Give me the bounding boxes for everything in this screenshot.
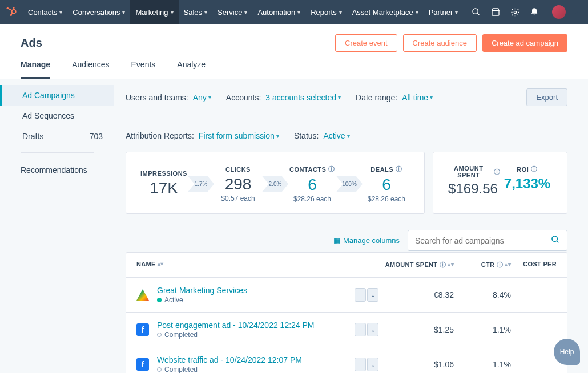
status-dot-icon <box>157 333 162 337</box>
status-dot-icon <box>157 298 162 302</box>
row-dropdown-button[interactable]: ⌄ <box>367 323 378 336</box>
tab-events[interactable]: Events <box>131 60 156 79</box>
filter-users-value[interactable]: Any ▾ <box>193 93 211 102</box>
row-action-button[interactable] <box>355 358 366 371</box>
nav-sales[interactable]: Sales▾ <box>179 0 213 24</box>
sidebar-item-drafts[interactable]: Drafts703 <box>0 126 114 147</box>
nav-automation[interactable]: Automation▾ <box>252 0 305 24</box>
stat-clicks: CLICKS 298 $0.57 each <box>213 166 263 202</box>
sidebar-item-label: Ad Sequences <box>22 111 74 120</box>
sort-icon: ▴▾ <box>158 261 164 267</box>
table-header: NAME ▴▾ AMOUNT SPENT ⓘ ▴▾ CTR ⓘ ▴▾ COST … <box>126 253 567 278</box>
svg-line-8 <box>477 13 479 15</box>
sidebar: Ad CampaignsAd SequencesDrafts703 Recomm… <box>0 79 114 373</box>
filter-date-label: Date range: <box>356 93 397 102</box>
chevron-down-icon: ▾ <box>297 9 300 15</box>
row-action-button[interactable] <box>355 288 366 302</box>
stat-contacts: CONTACTSⓘ 6 $28.26 each <box>287 165 337 203</box>
columns-icon: ▦ <box>333 236 340 245</box>
search-input[interactable] <box>415 236 551 245</box>
filter-accounts: Accounts: 3 accounts selected ▾ <box>226 93 341 102</box>
user-avatar[interactable] <box>552 5 566 19</box>
row-action-button[interactable] <box>355 323 366 336</box>
cell-ctr: 1.1% <box>454 360 511 369</box>
nav-reports[interactable]: Reports▾ <box>305 0 347 24</box>
create-audience-button[interactable]: Create audience <box>403 34 477 52</box>
filter-accounts-value[interactable]: 3 accounts selected ▾ <box>265 93 341 102</box>
tab-audiences[interactable]: Audiences <box>72 60 109 79</box>
arrow-icon: 2.0% <box>262 176 288 192</box>
nav-partner[interactable]: Partner▾ <box>424 0 464 24</box>
manage-columns-button[interactable]: ▦ Manage columns <box>333 236 400 245</box>
marketplace-icon[interactable] <box>490 7 501 17</box>
svg-line-12 <box>557 241 558 242</box>
arrow-icon: 100% <box>336 176 363 192</box>
campaign-name-link[interactable]: Website traffic ad - 10/24/2022 12:07 PM <box>157 355 355 364</box>
stats-funnel-card: IMPRESSIONS 17K 1.7% CLICKS 298 $0.57 ea… <box>126 152 425 214</box>
sort-icon: ▴▾ <box>448 261 454 267</box>
info-icon[interactable]: ⓘ <box>396 165 402 173</box>
chevron-down-icon: ▾ <box>244 9 247 15</box>
svg-point-6 <box>10 14 12 16</box>
stat-impressions: IMPRESSIONS 17K <box>139 170 189 198</box>
col-amount-spent[interactable]: AMOUNT SPENT ⓘ ▴▾ <box>380 261 454 269</box>
table-row: fPost engagement ad - 10/24/2022 12:24 P… <box>126 313 567 347</box>
info-icon[interactable]: ⓘ <box>531 165 538 173</box>
cell-ctr: 8.4% <box>454 290 511 299</box>
tab-manage[interactable]: Manage <box>21 60 50 79</box>
cell-amount-spent: €8.32 <box>380 290 454 299</box>
filter-attribution-value[interactable]: First form submission ▾ <box>199 131 279 140</box>
campaigns-table: NAME ▴▾ AMOUNT SPENT ⓘ ▴▾ CTR ⓘ ▴▾ COST … <box>126 252 567 373</box>
chevron-down-icon: ▾ <box>455 9 458 15</box>
hubspot-logo[interactable] <box>0 0 23 24</box>
export-button[interactable]: Export <box>526 88 567 106</box>
help-button[interactable]: Help <box>554 339 580 365</box>
sidebar-recommendations[interactable]: Recommendations <box>0 161 114 179</box>
nav-conversations[interactable]: Conversations▾ <box>67 0 130 24</box>
stat-amount-spent: AMOUNT SPENTⓘ $169.56 <box>446 165 500 203</box>
filter-date: Date range: All time ▾ <box>356 93 433 102</box>
svg-rect-9 <box>492 10 499 15</box>
notifications-icon[interactable] <box>529 7 539 17</box>
svg-point-7 <box>473 9 478 14</box>
tab-analyze[interactable]: Analyze <box>177 60 206 79</box>
nav-contacts[interactable]: Contacts▾ <box>23 0 67 24</box>
chevron-down-icon: ▾ <box>122 9 125 15</box>
col-ctr[interactable]: CTR ⓘ ▴▾ <box>454 261 511 269</box>
user-menu-chevron-icon[interactable]: ▾ <box>575 9 578 15</box>
search-icon[interactable] <box>471 7 481 17</box>
sidebar-divider <box>21 152 94 153</box>
sidebar-item-ad-sequences[interactable]: Ad Sequences <box>0 106 114 126</box>
nav-service[interactable]: Service▾ <box>212 0 252 24</box>
col-name[interactable]: NAME ▴▾ <box>136 261 355 269</box>
filter-accounts-label: Accounts: <box>226 93 261 102</box>
create-event-button[interactable]: Create event <box>335 34 397 52</box>
campaign-name-link[interactable]: Great Marketing Services <box>157 286 355 295</box>
campaign-status: Active <box>157 296 355 304</box>
nav-marketing[interactable]: Marketing▾ <box>130 0 178 24</box>
filter-date-value[interactable]: All time ▾ <box>402 93 433 102</box>
col-cost-per[interactable]: COST PER <box>511 261 557 269</box>
stats-money-card: AMOUNT SPENTⓘ $169.56 ROIⓘ 7,133% <box>433 152 567 214</box>
nav-asset-marketplace[interactable]: Asset Marketplace▾ <box>347 0 424 24</box>
facebook-icon: f <box>136 358 149 371</box>
info-icon[interactable]: ⓘ <box>328 165 335 173</box>
filter-status-value[interactable]: Active ▾ <box>323 131 349 140</box>
arrow-icon: 1.7% <box>188 176 214 192</box>
create-ad-campaign-button[interactable]: Create ad campaign <box>482 34 567 52</box>
svg-point-4 <box>13 7 15 9</box>
chevron-down-icon: ▾ <box>416 9 418 15</box>
svg-point-11 <box>552 236 557 241</box>
filter-status-label: Status: <box>294 131 319 140</box>
settings-icon[interactable] <box>510 7 520 17</box>
search-icon[interactable] <box>551 235 560 246</box>
sidebar-item-ad-campaigns[interactable]: Ad Campaigns <box>0 85 114 106</box>
filter-users: Users and teams: Any ▾ <box>126 93 211 102</box>
info-icon[interactable]: ⓘ <box>494 168 501 176</box>
info-icon: ⓘ <box>440 261 446 268</box>
chevron-down-icon: ▾ <box>204 9 207 15</box>
row-dropdown-button[interactable]: ⌄ <box>367 288 378 302</box>
chevron-down-icon: ▾ <box>171 9 174 15</box>
campaign-name-link[interactable]: Post engagement ad - 10/24/2022 12:24 PM <box>157 321 355 330</box>
row-dropdown-button[interactable]: ⌄ <box>367 358 378 371</box>
